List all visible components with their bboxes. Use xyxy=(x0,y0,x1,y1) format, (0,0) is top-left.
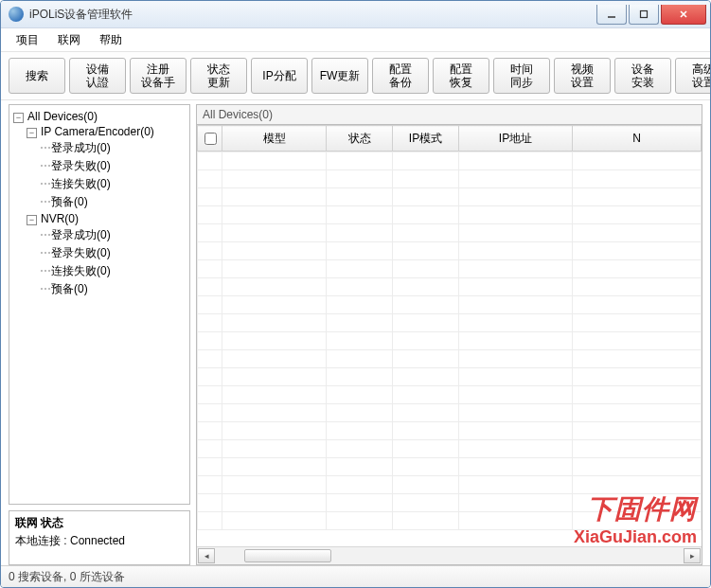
tree-leaf-icon: ⋯ xyxy=(40,177,51,190)
table-row xyxy=(198,260,702,278)
video-settings-button[interactable]: 视频设置 xyxy=(554,58,611,94)
title-bar: iPOLiS设备管理软件 xyxy=(1,1,710,28)
advanced-settings-button[interactable]: 高级设置 xyxy=(675,58,711,94)
horizontal-scrollbar[interactable]: ◂ ▸ xyxy=(197,546,702,564)
grid-col-next[interactable]: N xyxy=(573,126,702,151)
tree-nvr-login-fail[interactable]: ⋯登录失败(0) xyxy=(13,244,189,262)
toolbar: 搜索 设備认證 注册设备手 状态更新 IP分配 FW更新 配置备份 配置恢复 时… xyxy=(1,52,710,100)
tree-leaf-icon: ⋯ xyxy=(40,228,51,241)
tree-ipcam-login-fail[interactable]: ⋯登录失败(0) xyxy=(13,157,189,175)
table-row xyxy=(198,422,702,440)
table-row xyxy=(198,242,702,260)
tree-ipcam-reserve[interactable]: ⋯预备(0) xyxy=(13,193,189,211)
grid-col-model[interactable]: 模型 xyxy=(222,126,327,151)
collapse-icon[interactable]: − xyxy=(27,215,37,225)
app-window: iPOLiS设备管理软件 项目 联网 帮助 搜索 设備认證 注册设备手 状态更新… xyxy=(0,0,711,588)
table-row xyxy=(198,332,702,350)
tree-nvr-reserve[interactable]: ⋯预备(0) xyxy=(13,280,189,298)
table-row xyxy=(198,152,702,170)
window-title: iPOLiS设备管理软件 xyxy=(29,7,595,23)
table-row xyxy=(198,350,702,368)
grid-group-header: All Devices(0) xyxy=(196,104,702,124)
table-row xyxy=(198,494,702,512)
grid-header-row: 模型 状态 IP模式 IP地址 N xyxy=(197,125,702,151)
tree-leaf-icon: ⋯ xyxy=(40,246,51,259)
collapse-icon[interactable]: − xyxy=(27,128,37,138)
table-row xyxy=(198,386,702,404)
network-status-local: 本地连接 : Connected xyxy=(15,533,184,549)
tree-ipcam-login-ok[interactable]: ⋯登录成功(0) xyxy=(13,139,189,157)
table-row xyxy=(198,314,702,332)
left-column: −All Devices(0) −IP Camera/Encoder(0) ⋯登… xyxy=(9,104,190,565)
table-row xyxy=(198,188,702,206)
menu-network[interactable]: 联网 xyxy=(48,29,90,51)
tree-ipcam[interactable]: −IP Camera/Encoder(0) xyxy=(13,124,189,139)
menu-project[interactable]: 项目 xyxy=(7,29,48,51)
tree-leaf-icon: ⋯ xyxy=(40,195,51,208)
status-text: 0 搜索设备, 0 所选设备 xyxy=(9,569,125,585)
device-tree[interactable]: −All Devices(0) −IP Camera/Encoder(0) ⋯登… xyxy=(9,104,190,505)
svg-rect-1 xyxy=(641,11,648,18)
table-row xyxy=(198,170,702,188)
config-backup-button[interactable]: 配置备份 xyxy=(372,58,429,94)
config-restore-button[interactable]: 配置恢复 xyxy=(433,58,489,94)
table-row xyxy=(198,512,702,530)
tree-leaf-icon: ⋯ xyxy=(40,264,51,277)
table-row xyxy=(198,404,702,422)
table-row xyxy=(198,440,702,458)
menu-help[interactable]: 帮助 xyxy=(90,29,132,51)
grid-col-status[interactable]: 状态 xyxy=(327,126,393,151)
app-icon xyxy=(9,7,24,22)
minimize-button[interactable] xyxy=(596,5,627,25)
menu-bar: 项目 联网 帮助 xyxy=(1,28,710,52)
right-column: All Devices(0) 模型 状态 IP模式 IP地址 N xyxy=(196,104,702,565)
device-grid: 模型 状态 IP模式 IP地址 N xyxy=(196,124,702,565)
network-status-title: 联网 状态 xyxy=(15,515,184,531)
ip-assign-button[interactable]: IP分配 xyxy=(251,58,308,94)
scroll-left-icon[interactable]: ◂ xyxy=(198,548,215,563)
device-auth-button[interactable]: 设備认證 xyxy=(69,58,126,94)
close-button[interactable] xyxy=(661,5,706,25)
tree-leaf-icon: ⋯ xyxy=(40,141,51,154)
tree-leaf-icon: ⋯ xyxy=(40,159,51,172)
scroll-thumb[interactable] xyxy=(244,549,331,562)
tree-nvr-login-ok[interactable]: ⋯登录成功(0) xyxy=(13,226,189,244)
grid-col-checkbox[interactable] xyxy=(198,126,222,151)
network-status-panel: 联网 状态 本地连接 : Connected xyxy=(9,510,190,565)
grid-body[interactable] xyxy=(197,151,702,546)
tree-leaf-icon: ⋯ xyxy=(40,282,51,295)
tree-root[interactable]: −All Devices(0) xyxy=(13,109,189,124)
table-row xyxy=(198,206,702,224)
grid-col-ipmode[interactable]: IP模式 xyxy=(393,126,459,151)
fw-update-button[interactable]: FW更新 xyxy=(311,58,368,94)
table-row xyxy=(198,476,702,494)
device-install-button[interactable]: 设备安装 xyxy=(614,58,671,94)
table-row xyxy=(198,458,702,476)
search-button[interactable]: 搜索 xyxy=(9,58,65,94)
select-all-checkbox[interactable] xyxy=(204,133,217,145)
table-row xyxy=(198,368,702,386)
scroll-right-icon[interactable]: ▸ xyxy=(684,548,701,563)
tree-nvr[interactable]: −NVR(0) xyxy=(13,211,189,226)
table-row xyxy=(198,224,702,242)
tree-ipcam-conn-fail[interactable]: ⋯连接失败(0) xyxy=(13,175,189,193)
window-buttons xyxy=(595,5,706,24)
tree-nvr-conn-fail[interactable]: ⋯连接失败(0) xyxy=(13,262,189,280)
maximize-button[interactable] xyxy=(629,5,659,25)
time-sync-button[interactable]: 时间同步 xyxy=(493,58,550,94)
table-row xyxy=(198,278,702,296)
main-area: −All Devices(0) −IP Camera/Encoder(0) ⋯登… xyxy=(1,100,710,565)
table-row xyxy=(198,296,702,314)
status-update-button[interactable]: 状态更新 xyxy=(190,58,247,94)
grid-col-ipaddr[interactable]: IP地址 xyxy=(459,126,573,151)
collapse-icon[interactable]: − xyxy=(13,113,24,123)
register-manual-button[interactable]: 注册设备手 xyxy=(130,58,187,94)
status-bar: 0 搜索设备, 0 所选设备 xyxy=(1,565,710,587)
